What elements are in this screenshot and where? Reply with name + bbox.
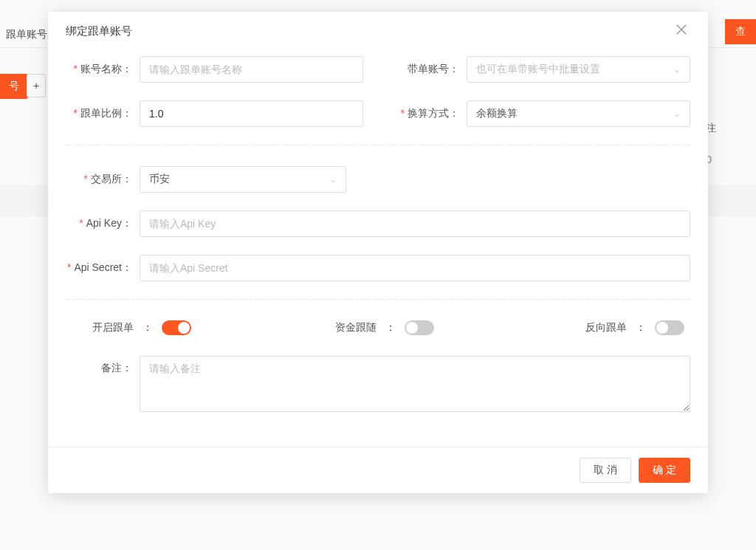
label-exchange-text: 交易所 — [91, 173, 122, 185]
switch-group-enable-follow: 开启跟单： — [92, 320, 284, 335]
label-follow-ratio: *跟单比例： — [66, 107, 140, 120]
label-api-secret-text: Api Secret — [74, 261, 122, 273]
switch-row: 开启跟单： 资金跟随： 反向跟单： — [66, 320, 690, 335]
switch-group-fund-follow: 资金跟随： — [284, 320, 484, 335]
modal-title: 绑定跟单账号 — [66, 24, 132, 38]
modal-overlay: 绑定跟单账号 *账号名称： 带单账号： 也可在单带账号中批量设 — [0, 0, 756, 550]
close-icon — [676, 24, 687, 35]
api-key-input[interactable] — [140, 210, 690, 237]
bind-follow-account-modal: 绑定跟单账号 *账号名称： 带单账号： 也可在单带账号中批量设 — [48, 12, 708, 493]
modal-header: 绑定跟单账号 — [48, 12, 708, 50]
cancel-button[interactable]: 取消 — [580, 458, 631, 483]
exchange-value: 币安 — [149, 173, 170, 186]
label-api-key: *Api Key： — [66, 217, 140, 230]
field-api-secret: *Api Secret： — [66, 255, 690, 281]
label-convert-mode-text: 换算方式 — [408, 107, 449, 119]
convert-mode-select[interactable]: 余额换算 ⌄ — [467, 100, 690, 127]
label-account-name: *账号名称： — [66, 63, 140, 76]
api-secret-input[interactable] — [140, 255, 690, 281]
chevron-down-icon: ⌄ — [329, 174, 337, 185]
field-convert-mode: *换算方式： 余额换算 ⌄ — [393, 100, 690, 127]
label-master-account-text: 带单账号 — [408, 63, 449, 75]
modal-body: *账号名称： 带单账号： 也可在单带账号中批量设置 ⌄ — [48, 50, 708, 447]
chevron-down-icon: ⌄ — [673, 109, 681, 119]
label-remark: 备注： — [66, 356, 140, 375]
convert-mode-value: 余额换算 — [476, 107, 518, 120]
divider — [66, 299, 690, 300]
chevron-down-icon: ⌄ — [673, 64, 681, 75]
label-api-key-text: Api Key — [86, 217, 122, 229]
field-master-account: 带单账号： 也可在单带账号中批量设置 ⌄ — [393, 56, 690, 83]
label-fund-follow: 资金跟随 — [335, 321, 377, 334]
label-follow-ratio-text: 跟单比例 — [80, 107, 122, 119]
field-account-name: *账号名称： — [66, 56, 363, 83]
label-reverse-follow: 反向跟单 — [585, 321, 627, 334]
remark-textarea[interactable] — [140, 356, 690, 412]
confirm-button[interactable]: 确定 — [639, 458, 690, 483]
account-name-input[interactable] — [140, 56, 363, 83]
exchange-select[interactable]: 币安 ⌄ — [140, 166, 346, 193]
enable-follow-switch[interactable] — [162, 320, 191, 335]
follow-ratio-input[interactable] — [140, 100, 363, 127]
label-convert-mode: *换算方式： — [393, 107, 467, 120]
switch-thumb — [656, 322, 668, 334]
master-account-placeholder: 也可在单带账号中批量设置 — [476, 63, 600, 76]
field-exchange: *交易所： 币安 ⌄ — [66, 166, 690, 193]
field-remark: 备注： — [66, 356, 690, 414]
reverse-follow-switch[interactable] — [655, 320, 684, 335]
switch-thumb — [406, 322, 418, 334]
modal-footer: 取消 确定 — [48, 447, 708, 493]
field-follow-ratio: *跟单比例： — [66, 100, 363, 127]
switch-group-reverse-follow: 反向跟单： — [484, 320, 690, 335]
field-api-key: *Api Key： — [66, 210, 690, 237]
label-account-name-text: 账号名称 — [80, 63, 122, 75]
close-button[interactable] — [676, 24, 690, 38]
switch-thumb — [178, 322, 190, 334]
label-api-secret: *Api Secret： — [66, 261, 140, 275]
master-account-select[interactable]: 也可在单带账号中批量设置 ⌄ — [467, 56, 690, 83]
label-enable-follow: 开启跟单 — [92, 321, 134, 334]
label-remark-text: 备注 — [101, 362, 122, 374]
label-exchange: *交易所： — [66, 173, 140, 186]
divider — [66, 145, 690, 145]
label-master-account: 带单账号： — [393, 63, 467, 76]
fund-follow-switch[interactable] — [405, 320, 434, 335]
